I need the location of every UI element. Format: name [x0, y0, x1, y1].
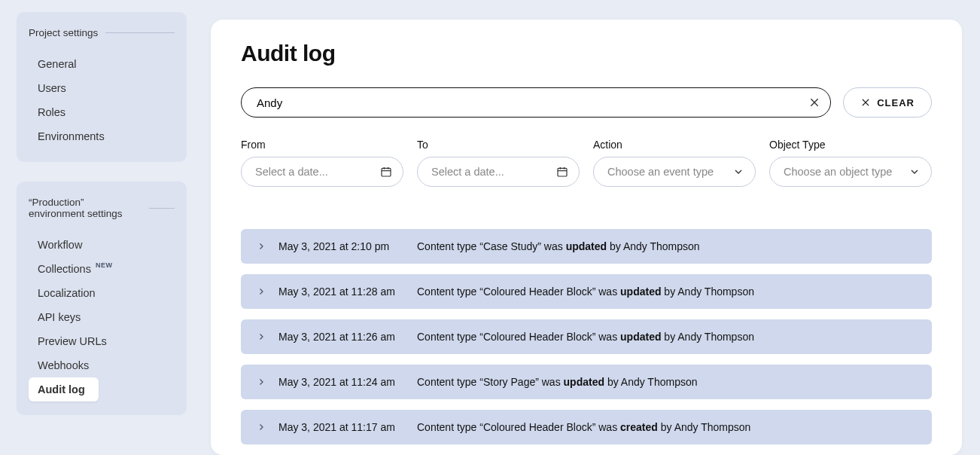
placeholder: Select a date...: [431, 166, 504, 178]
nav-label: Localization: [38, 287, 96, 299]
search-input[interactable]: [241, 87, 831, 118]
to-date-input[interactable]: Select a date...: [417, 157, 580, 187]
filters-row: From Select a date... To Select a date..…: [241, 139, 932, 187]
filter-to: To Select a date...: [417, 139, 580, 187]
sidebar-item-workflow[interactable]: Workflow: [29, 233, 175, 257]
nav-label: Environments: [38, 130, 105, 142]
from-date-input[interactable]: Select a date...: [241, 157, 403, 187]
nav-label: Audit log: [38, 383, 85, 395]
close-icon: [860, 97, 871, 108]
filter-label: Action: [593, 139, 756, 151]
sidebar: Project settings General Users Roles Env…: [0, 0, 196, 455]
chevron-right-icon: [254, 285, 268, 298]
page-title: Audit log: [241, 41, 932, 66]
nav-label: Roles: [38, 106, 65, 118]
sidebar-item-preview-urls[interactable]: Preview URLs: [29, 329, 175, 353]
sidebar-item-collections[interactable]: Collections NEW: [29, 257, 175, 281]
filter-label: Object Type: [769, 139, 932, 151]
sidebar-item-general[interactable]: General: [29, 52, 175, 76]
nav-label: Workflow: [38, 239, 82, 251]
log-description: Content type “Coloured Header Block” was…: [417, 331, 754, 343]
clear-button[interactable]: CLEAR: [843, 87, 932, 118]
environment-settings-panel: “Production” environment settings Workfl…: [17, 182, 187, 415]
search-row: CLEAR: [241, 87, 932, 118]
content-card: Audit log CLEAR: [211, 20, 962, 455]
sidebar-item-webhooks[interactable]: Webhooks: [29, 353, 175, 377]
log-timestamp: May 3, 2021 at 11:28 am: [278, 286, 406, 298]
log-description: Content type “Coloured Header Block” was…: [417, 286, 754, 298]
filter-action: Action Choose an event type: [593, 139, 756, 187]
svg-rect-4: [382, 168, 391, 176]
log-description: Content type “Story Page” was updated by…: [417, 376, 697, 388]
chevron-right-icon: [254, 240, 268, 253]
sidebar-item-environments[interactable]: Environments: [29, 124, 175, 148]
filter-object-type: Object Type Choose an object type: [769, 139, 932, 187]
object-type-select[interactable]: Choose an object type: [769, 157, 932, 187]
log-timestamp: May 3, 2021 at 2:10 pm: [278, 240, 406, 252]
log-row[interactable]: May 3, 2021 at 11:17 am Content type “Co…: [241, 410, 932, 444]
nav-label: Collections: [38, 263, 91, 275]
nav-label: Preview URLs: [38, 335, 107, 347]
calendar-icon: [556, 166, 568, 178]
filter-label: From: [241, 139, 403, 151]
calendar-icon: [380, 166, 392, 178]
chevron-right-icon: [254, 420, 268, 434]
nav-label: API keys: [38, 311, 81, 323]
clear-search-icon[interactable]: [808, 96, 820, 108]
panel-header: “Production” environment settings: [29, 197, 175, 219]
log-row[interactable]: May 3, 2021 at 11:26 am Content type “Co…: [241, 319, 932, 354]
sidebar-item-api-keys[interactable]: API keys: [29, 305, 175, 329]
svg-rect-8: [558, 168, 567, 176]
divider: [105, 32, 175, 33]
nav-label: Webhooks: [38, 359, 89, 371]
log-timestamp: May 3, 2021 at 11:26 am: [278, 331, 406, 343]
chevron-down-icon: [908, 166, 921, 178]
sidebar-item-roles[interactable]: Roles: [29, 100, 175, 124]
log-row[interactable]: May 3, 2021 at 11:28 am Content type “Co…: [241, 274, 932, 309]
filter-from: From Select a date...: [241, 139, 403, 187]
new-badge: NEW: [96, 261, 113, 269]
sidebar-item-users[interactable]: Users: [29, 76, 175, 100]
log-description: Content type “Coloured Header Block” was…: [417, 421, 750, 433]
nav-label: General: [38, 58, 77, 70]
audit-log-list: May 3, 2021 at 2:10 pm Content type “Cas…: [241, 229, 932, 444]
clear-button-label: CLEAR: [877, 97, 915, 108]
placeholder: Choose an event type: [607, 166, 714, 178]
filter-label: To: [417, 139, 580, 151]
search-wrap: [241, 87, 831, 118]
sidebar-item-localization[interactable]: Localization: [29, 281, 175, 305]
chevron-right-icon: [254, 330, 268, 344]
log-timestamp: May 3, 2021 at 11:17 am: [278, 421, 406, 433]
main-content: Audit log CLEAR: [196, 0, 980, 455]
panel-title: “Production” environment settings: [29, 197, 142, 219]
placeholder: Choose an object type: [784, 166, 892, 178]
log-row[interactable]: May 3, 2021 at 11:24 am Content type “St…: [241, 365, 932, 399]
chevron-right-icon: [254, 375, 268, 389]
divider: [149, 208, 175, 209]
log-description: Content type “Case Study” was updated by…: [417, 240, 700, 252]
action-select[interactable]: Choose an event type: [593, 157, 756, 187]
log-row[interactable]: May 3, 2021 at 2:10 pm Content type “Cas…: [241, 229, 932, 264]
panel-title: Project settings: [29, 27, 98, 38]
project-settings-panel: Project settings General Users Roles Env…: [17, 12, 187, 162]
sidebar-item-audit-log[interactable]: Audit log: [29, 377, 99, 402]
panel-header: Project settings: [29, 27, 175, 38]
nav-label: Users: [38, 82, 66, 94]
placeholder: Select a date...: [255, 166, 328, 178]
chevron-down-icon: [732, 166, 744, 178]
log-timestamp: May 3, 2021 at 11:24 am: [278, 376, 406, 388]
